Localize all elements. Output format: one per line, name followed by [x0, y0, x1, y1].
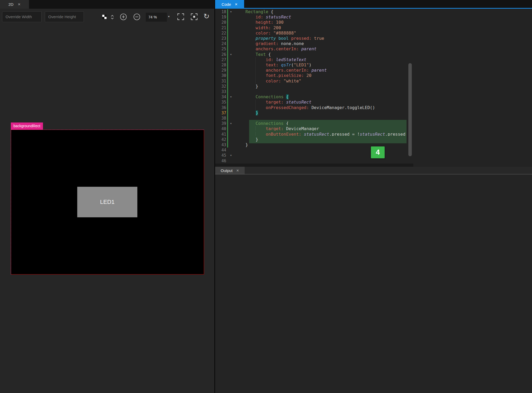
code-text: Connections { [245, 94, 289, 100]
fit-screen-button[interactable] [177, 13, 184, 20]
line-number: 40 [215, 126, 226, 131]
status-rect-item[interactable]: LED1 [77, 187, 137, 217]
change-indicator [227, 41, 228, 46]
code-line[interactable]: 25 anchors.centerIn: parent [215, 46, 532, 52]
line-number: 22 [215, 31, 226, 36]
zoom-selection-button[interactable] [191, 13, 198, 20]
code-editor[interactable]: 18▾Rectangle {19 id: statusRect20 height… [215, 9, 532, 167]
line-number: 23 [215, 36, 226, 41]
change-indicator [227, 132, 228, 137]
code-text: id: statusRect [245, 14, 291, 20]
code-text: Rectangle { [245, 9, 273, 14]
change-indicator [227, 142, 228, 148]
line-number: 28 [215, 62, 226, 68]
code-text: color: "#888888" [245, 31, 296, 36]
step-badge: 4 [371, 146, 385, 158]
code-text: property bool pressed: true [245, 36, 324, 41]
zoom-out-button[interactable] [133, 13, 141, 21]
code-line[interactable]: 46 [215, 158, 532, 164]
code-line[interactable]: 37 } [215, 110, 532, 116]
code-text: color: "white" [245, 78, 301, 84]
fold-icon[interactable]: ▾ [229, 9, 233, 14]
code-line[interactable]: 23 property bool pressed: true [215, 36, 532, 41]
change-indicator [227, 57, 228, 62]
code-line[interactable]: 42 } [215, 137, 532, 142]
code-line[interactable]: 22 color: "#888888" [215, 31, 532, 36]
code-text: target: statusRect [245, 100, 311, 105]
horizontal-scrollbar[interactable] [215, 164, 413, 167]
override-height-input[interactable] [45, 11, 84, 22]
refresh-button[interactable]: ↻ [204, 13, 210, 20]
code-line[interactable]: 24 gradient: none.none [215, 41, 532, 46]
output-pane [215, 174, 532, 393]
change-indicator [227, 84, 228, 89]
code-text: } [245, 84, 258, 89]
line-number: 41 [215, 132, 226, 137]
code-line[interactable]: 26▾ Text { [215, 52, 532, 57]
code-line[interactable]: 18▾Rectangle { [215, 9, 532, 14]
line-number: 37 [215, 110, 226, 116]
change-indicator [227, 25, 228, 31]
code-text: id: ledStateText [245, 57, 306, 62]
code-line[interactable]: 21 width: 200 [215, 25, 532, 31]
code-line[interactable]: 20 height: 100 [215, 20, 532, 25]
change-indicator [227, 68, 228, 73]
code-line[interactable]: 30 font.pixelSize: 20 [215, 73, 532, 78]
zoom-dropdown-icon[interactable]: ▼ [168, 15, 170, 18]
change-indicator [227, 78, 228, 84]
close-icon[interactable]: ✕ [235, 3, 238, 6]
line-number: 20 [215, 20, 226, 25]
line-number: 35 [215, 100, 226, 105]
stepper-icon[interactable] [110, 14, 114, 20]
zoom-level-value: 74 % [148, 15, 157, 19]
override-width-input[interactable] [2, 11, 42, 22]
line-number: 21 [215, 25, 226, 31]
tab-code[interactable]: Code ✕ [215, 0, 244, 9]
fold-icon[interactable]: ▾ [229, 52, 233, 57]
2d-canvas[interactable]: backgroundRect LED1 [0, 26, 214, 393]
code-line[interactable]: 32 } [215, 84, 532, 89]
close-icon[interactable]: ✕ [18, 3, 21, 6]
tab-2d-label: 2D [8, 2, 13, 7]
line-number: 45 [215, 153, 226, 158]
code-text: text: qsTr("LED1") [245, 62, 311, 68]
2d-view-panel: 2D ✕ [0, 0, 214, 393]
change-indicator [227, 52, 228, 57]
background-rect-item[interactable]: LED1 [11, 130, 204, 274]
line-number: 32 [215, 84, 226, 89]
change-indicator [227, 14, 228, 20]
code-tabbar [215, 0, 532, 8]
code-line[interactable]: 28 text: qsTr("LED1") [215, 62, 532, 68]
code-line[interactable]: 27 id: ledStateText [215, 57, 532, 62]
code-line[interactable]: 19 id: statusRect [215, 14, 532, 20]
code-lines: 18▾Rectangle {19 id: statusRect20 height… [215, 9, 532, 167]
code-line[interactable]: 36 onPressedChanged: DeviceManager.toggl… [215, 105, 532, 110]
fold-icon[interactable]: ▾ [229, 121, 233, 126]
tab-2d[interactable]: 2D ✕ [0, 0, 29, 9]
fold-icon[interactable]: ▾ [229, 94, 233, 100]
tab-code-label: Code [222, 2, 231, 7]
zoom-in-button[interactable] [119, 13, 127, 21]
change-indicator [227, 94, 228, 100]
change-indicator [227, 9, 228, 14]
2d-tabbar: 2D ✕ [0, 0, 214, 9]
code-line[interactable]: 29 anchors.centerIn: parent [215, 68, 532, 73]
code-text: onPressedChanged: DeviceManager.toggleLE… [245, 105, 375, 110]
line-number: 25 [215, 46, 226, 52]
tab-output[interactable]: Output ✕ [215, 167, 245, 174]
zoom-level-combobox[interactable]: 74 % [146, 13, 167, 22]
code-line[interactable]: 33 [215, 89, 532, 94]
code-line[interactable]: 34▾ Connections { [215, 94, 532, 100]
code-line[interactable]: 31 color: "white" [215, 78, 532, 84]
fold-icon[interactable]: ▾ [229, 153, 233, 158]
close-icon[interactable]: ✕ [236, 169, 239, 172]
output-tabbar: Output ✕ [215, 167, 532, 174]
line-number: 42 [215, 137, 226, 142]
background-color-icon[interactable] [102, 14, 107, 19]
vertical-scrollbar[interactable] [408, 63, 412, 156]
change-indicator [227, 110, 228, 116]
code-line[interactable]: 35 target: statusRect [215, 100, 532, 105]
code-text: height: 100 [245, 20, 284, 25]
line-number: 33 [215, 89, 226, 94]
line-number: 39 [215, 121, 226, 126]
